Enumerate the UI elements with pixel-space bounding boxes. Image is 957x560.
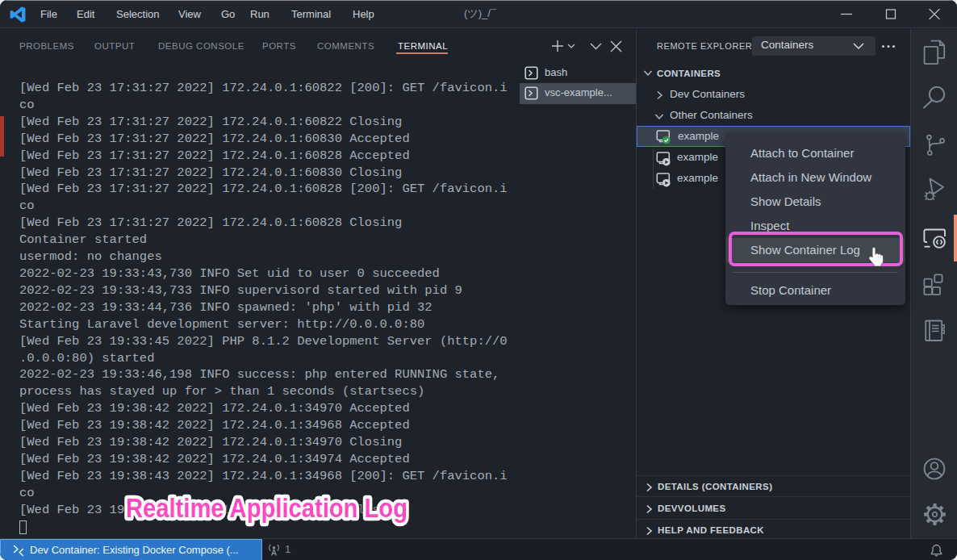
svg-text:Realtime Application Log: Realtime Application Log — [126, 492, 407, 523]
